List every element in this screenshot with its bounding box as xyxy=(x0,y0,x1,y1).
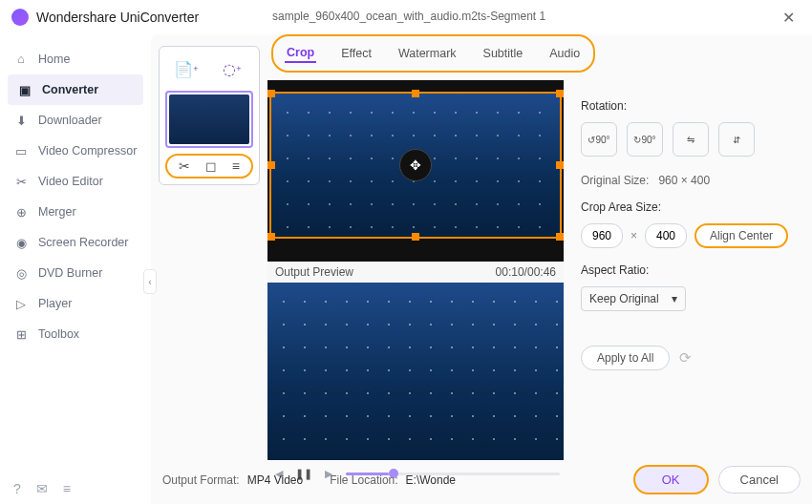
menu-icon[interactable]: ≡ xyxy=(63,481,71,496)
trim-icon[interactable]: ✂ xyxy=(179,158,190,174)
converter-icon: ▣ xyxy=(17,82,32,97)
apply-all-button[interactable]: Apply to All xyxy=(581,346,670,370)
sidebar-item-label: Player xyxy=(38,297,72,310)
sidebar-item-burner[interactable]: ◎DVD Burner xyxy=(0,258,151,288)
tab-subtitle[interactable]: Subtitle xyxy=(481,45,525,62)
preview-time: 00:10/00:46 xyxy=(496,265,556,279)
player-icon: ▷ xyxy=(13,296,29,311)
sidebar-item-label: Screen Recorder xyxy=(38,236,129,249)
crop-handle[interactable] xyxy=(556,161,564,169)
cancel-button[interactable]: Cancel xyxy=(718,466,801,494)
sidebar-item-toolbox[interactable]: ⊞Toolbox xyxy=(0,319,151,349)
sidebar-item-recorder[interactable]: ◉Screen Recorder xyxy=(0,227,151,258)
tab-watermark[interactable]: Watermark xyxy=(396,45,459,62)
reset-icon[interactable]: ⟳ xyxy=(679,349,692,367)
sidebar-item-label: Video Compressor xyxy=(38,144,137,158)
home-icon: ⌂ xyxy=(13,52,29,67)
sidebar-item-label: Home xyxy=(38,52,70,66)
add-clip-icon[interactable]: ◌+ xyxy=(220,56,245,81)
flip-vertical-button[interactable]: ⇵ xyxy=(718,122,755,157)
sidebar-item-merger[interactable]: ⊕Merger xyxy=(0,197,151,227)
crop-handle[interactable] xyxy=(267,161,275,169)
crop-handle[interactable] xyxy=(412,233,419,241)
collapse-handle[interactable]: ‹ xyxy=(143,269,157,294)
add-file-icon[interactable]: 📄+ xyxy=(174,56,199,81)
feedback-icon[interactable]: ✉ xyxy=(36,481,48,496)
aspect-value: Keep Original xyxy=(589,292,659,305)
sidebar-item-compressor[interactable]: ▭Video Compressor xyxy=(0,136,151,166)
crop-handle[interactable] xyxy=(412,90,419,97)
preview-label: Output Preview xyxy=(275,265,353,279)
sidebar-item-label: Converter xyxy=(42,83,98,96)
original-size-value: 960 × 400 xyxy=(658,174,710,187)
merger-icon: ⊕ xyxy=(13,204,29,220)
edit-tabs: Crop Effect Watermark Subtitle Audio xyxy=(271,34,595,73)
output-format-value: MP4 Video xyxy=(247,473,303,487)
sidebar-item-label: DVD Burner xyxy=(38,266,102,280)
recorder-icon: ◉ xyxy=(13,235,29,250)
flip-horizontal-button[interactable]: ⇋ xyxy=(673,122,709,157)
rotate-cw-button[interactable]: ↻90° xyxy=(627,122,663,157)
crop-area-label: Crop Area Size: xyxy=(581,200,801,214)
sidebar-item-label: Toolbox xyxy=(38,327,79,341)
filename: sample_960x400_ocean_with_audio.m2ts-Seg… xyxy=(272,10,545,23)
sidebar-item-label: Merger xyxy=(38,205,76,219)
crop-handle[interactable] xyxy=(556,90,564,97)
aspect-select[interactable]: Keep Original ▾ xyxy=(581,286,686,311)
crop-height-input[interactable] xyxy=(645,223,687,248)
sidebar-item-label: Video Editor xyxy=(38,175,103,188)
downloader-icon: ⬇ xyxy=(13,113,29,128)
sidebar-item-home[interactable]: ⌂Home xyxy=(0,44,151,74)
app-logo xyxy=(11,9,29,26)
help-icon[interactable]: ? xyxy=(13,481,21,496)
sidebar-item-downloader[interactable]: ⬇Downloader xyxy=(0,105,151,136)
tab-crop[interactable]: Crop xyxy=(285,44,316,63)
tab-effect[interactable]: Effect xyxy=(339,45,374,62)
clip-thumbnail[interactable] xyxy=(165,91,253,148)
original-size-label: Original Size: xyxy=(581,174,649,187)
crop-handle[interactable] xyxy=(267,90,275,97)
aspect-label: Aspect Ratio: xyxy=(581,263,801,277)
sidebar: ⌂Home ▣Converter ⬇Downloader ▭Video Comp… xyxy=(0,34,151,504)
rotate-ccw-button[interactable]: ↺90° xyxy=(581,122,617,157)
crop-icon[interactable]: ◻ xyxy=(205,158,217,174)
ok-button[interactable]: OK xyxy=(633,465,709,494)
multiply-icon: × xyxy=(630,229,637,242)
crop-handle[interactable] xyxy=(267,233,275,241)
compressor-icon: ▭ xyxy=(13,143,29,158)
chevron-down-icon: ▾ xyxy=(672,292,677,305)
move-icon[interactable]: ✥ xyxy=(399,149,432,181)
sidebar-item-player[interactable]: ▷Player xyxy=(0,288,151,319)
file-location-label: File Location: xyxy=(330,473,397,487)
tab-audio[interactable]: Audio xyxy=(547,45,582,62)
more-icon[interactable]: ≡ xyxy=(232,158,240,174)
crop-canvas[interactable]: ✥ xyxy=(267,80,564,262)
output-preview xyxy=(267,283,564,460)
sidebar-item-label: Downloader xyxy=(38,114,102,127)
toolbox-icon: ⊞ xyxy=(13,326,29,342)
align-center-button[interactable]: Align Center xyxy=(694,223,788,248)
clip-panel: 📄+ ◌+ ✂ ◻ ≡ xyxy=(159,46,260,185)
crop-width-input[interactable] xyxy=(581,223,623,248)
burner-icon: ◎ xyxy=(13,265,29,281)
file-location-value: E:\Wonde xyxy=(406,473,456,487)
crop-handle[interactable] xyxy=(556,233,564,241)
output-format-label: Output Format: xyxy=(162,473,240,487)
app-title: Wondershare UniConverter xyxy=(36,10,199,25)
sidebar-item-editor[interactable]: ✂Video Editor xyxy=(0,166,151,197)
rotation-label: Rotation: xyxy=(581,99,801,113)
close-button[interactable]: ✕ xyxy=(777,7,801,29)
sidebar-item-converter[interactable]: ▣Converter xyxy=(8,74,143,105)
editor-icon: ✂ xyxy=(13,174,29,189)
